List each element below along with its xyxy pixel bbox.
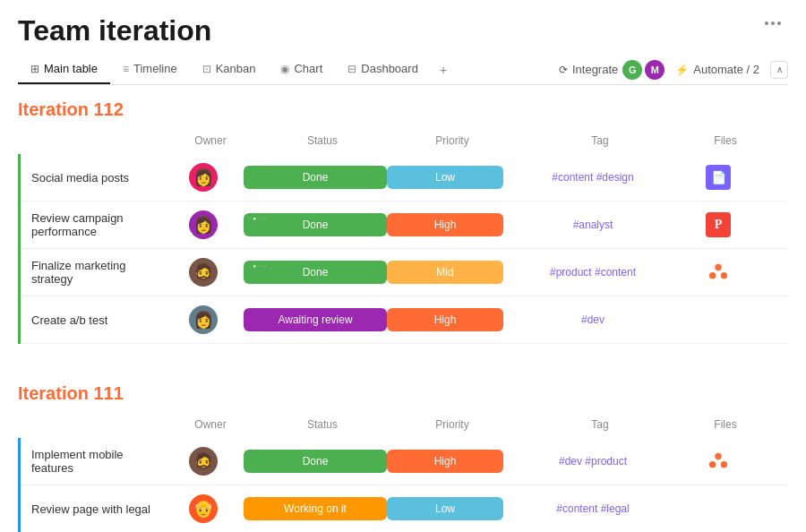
nav-right: ⟳ Integrate G M ⚡ Automate / 2 ∧ <box>559 60 788 80</box>
row-priority[interactable]: Low <box>387 497 503 520</box>
automate-button[interactable]: ⚡ Automate / 2 <box>675 63 759 76</box>
status-badge[interactable]: Working on it <box>244 497 387 520</box>
file-icon: 📄 <box>706 165 731 190</box>
timeline-icon: ≡ <box>123 63 129 75</box>
integrate-icon: ⟳ <box>559 64 568 76</box>
content: Iteration 112 Owner Status Priority Tag … <box>18 85 788 532</box>
tab-kanban-label: Kanban <box>216 62 256 75</box>
integrate-label: Integrate <box>572 63 618 76</box>
col-header-add <box>761 418 788 431</box>
integrate-button[interactable]: ⟳ Integrate G M <box>559 60 665 80</box>
avatar: 👩 <box>189 210 218 239</box>
add-tab-button[interactable]: + <box>431 56 456 84</box>
priority-badge[interactable]: High <box>387 450 503 473</box>
iteration-111-table-body: Implement mobile features 🧔 Done High #d… <box>18 438 788 532</box>
row-status[interactable]: Done <box>244 450 387 473</box>
svg-point-1 <box>709 272 716 279</box>
tab-kanban[interactable]: ⊡ Kanban <box>190 55 269 84</box>
automate-icon: ⚡ <box>675 64 689 76</box>
row-tag: #content #legal <box>503 502 682 515</box>
table-row: Review page with legal 👴 Working on it L… <box>21 485 788 532</box>
page-title: Team iteration <box>18 14 211 47</box>
row-files: P <box>682 212 754 237</box>
svg-point-2 <box>721 272 727 279</box>
tab-dashboard-label: Dashboard <box>361 62 418 75</box>
row-priority[interactable]: High <box>387 213 503 236</box>
table-icon: ⊞ <box>30 63 39 75</box>
row-owner: 🧔 <box>163 258 244 287</box>
row-tag: #dev #product <box>503 455 682 468</box>
col-header-owner: Owner <box>170 418 251 431</box>
row-status[interactable]: Done · ● · · · <box>244 213 387 236</box>
status-badge[interactable]: Done · ● · · · <box>244 213 387 236</box>
status-badge[interactable]: Done <box>244 450 387 473</box>
tab-main-table[interactable]: ⊞ Main table <box>18 55 110 84</box>
tab-chart[interactable]: ◉ Chart <box>268 55 335 84</box>
row-owner: 👩 <box>163 210 244 239</box>
col-header-priority: Priority <box>394 134 510 147</box>
status-badge[interactable]: Done <box>244 166 387 189</box>
row-task-name: Implement mobile features <box>28 448 163 475</box>
table-row: Finalize marketing strategy 🧔 Done · ● ·… <box>21 249 788 296</box>
svg-point-4 <box>709 461 716 468</box>
col-header-name <box>30 418 170 431</box>
row-files <box>682 260 754 285</box>
col-header-owner: Owner <box>170 134 251 147</box>
row-priority[interactable]: Mid <box>387 261 503 284</box>
avatar: 👴 <box>189 494 218 523</box>
iteration-111-section: Iteration 111 Owner Status Priority Tag … <box>18 383 788 532</box>
automate-label: Automate / 2 <box>693 63 759 76</box>
priority-badge[interactable]: Low <box>387 166 503 189</box>
row-tag: #dev <box>503 313 682 326</box>
col-header-name <box>30 134 170 147</box>
asana-icon <box>706 260 731 285</box>
row-tag: #analyst <box>503 219 682 231</box>
col-header-priority: Priority <box>394 418 510 431</box>
row-status[interactable]: Working on it <box>244 497 387 520</box>
status-badge[interactable]: Awaiting review <box>244 308 387 331</box>
row-priority[interactable]: High <box>387 450 503 473</box>
row-status[interactable]: Done · ● · · · <box>244 261 387 284</box>
tab-timeline[interactable]: ≡ Timeline <box>110 55 190 84</box>
row-status[interactable]: Awaiting review <box>244 308 387 331</box>
row-task-name: Finalize marketing strategy <box>28 259 163 286</box>
avatar: 👩 <box>189 163 218 192</box>
col-header-tag: Tag <box>510 134 690 147</box>
table-row: Implement mobile features 🧔 Done High #d… <box>21 438 788 485</box>
svg-point-0 <box>715 264 721 270</box>
row-priority[interactable]: Low <box>387 166 503 189</box>
integrate-avatar-2: M <box>645 60 665 80</box>
col-header-files: Files <box>690 134 761 147</box>
avatar: 👩 <box>189 305 218 334</box>
col-header-tag: Tag <box>510 418 690 431</box>
avatar: 🧔 <box>189 447 218 476</box>
nav-tabs: ⊞ Main table ≡ Timeline ⊡ Kanban ◉ Chart… <box>18 55 788 85</box>
tab-dashboard[interactable]: ⊟ Dashboard <box>335 55 431 84</box>
priority-badge[interactable]: High <box>387 308 503 331</box>
row-priority[interactable]: High <box>387 308 503 331</box>
row-owner: 🧔 <box>163 447 244 476</box>
row-files <box>682 449 754 474</box>
row-task-name: Review campaign performance <box>28 211 163 238</box>
iteration-111-title: Iteration 111 <box>18 383 124 404</box>
dashboard-icon: ⊟ <box>347 63 356 75</box>
priority-badge[interactable]: Mid <box>387 261 503 284</box>
iteration-112-section: Iteration 112 Owner Status Priority Tag … <box>18 99 788 344</box>
tab-chart-label: Chart <box>294 62 322 75</box>
iteration-112-title: Iteration 112 <box>18 99 124 120</box>
row-owner: 👩 <box>163 305 244 334</box>
table-row: Review campaign performance 👩 Done · ● ·… <box>21 202 788 249</box>
status-badge[interactable]: Done · ● · · · <box>244 261 387 284</box>
row-task-name: Review page with legal <box>28 502 163 516</box>
priority-badge[interactable]: Low <box>387 497 503 520</box>
col-header-files: Files <box>690 418 761 431</box>
row-status[interactable]: Done <box>244 166 387 189</box>
svg-point-5 <box>721 461 727 468</box>
file-icon: P <box>706 212 731 237</box>
col-header-add <box>761 134 788 147</box>
more-button[interactable] <box>758 14 788 32</box>
collapse-button[interactable]: ∧ <box>770 61 788 79</box>
priority-badge[interactable]: High <box>387 213 503 236</box>
app-container: Team iteration ⊞ Main table ≡ Timeline ⊡… <box>0 0 806 532</box>
row-files: 📄 <box>682 165 754 190</box>
